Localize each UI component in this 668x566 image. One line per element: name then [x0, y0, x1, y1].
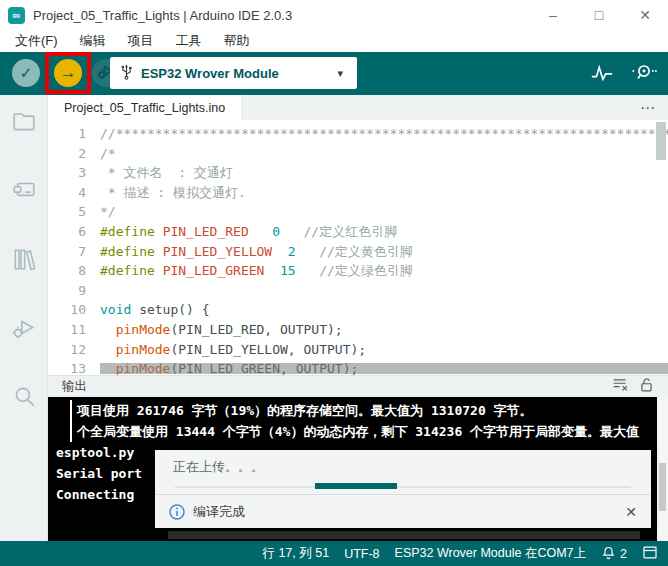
arduino-logo-icon: ∞	[8, 7, 25, 24]
line-number: 3	[48, 163, 100, 183]
line-number: 6	[48, 222, 100, 242]
usb-icon	[120, 63, 133, 84]
sidebar-item-boards-manager[interactable]	[0, 168, 48, 216]
line-number: 5	[48, 202, 100, 222]
line-number: 11	[48, 320, 100, 340]
chip-icon	[11, 177, 37, 207]
progress-bar-track	[175, 486, 631, 488]
menu-item-3[interactable]: 工具	[165, 30, 213, 52]
title-bar: ∞ Project_05_Traffic_Lights | Arduino ID…	[0, 0, 668, 30]
upload-progress-notification: 正在上传。。。	[155, 450, 651, 494]
board-selector[interactable]: ESP32 Wrover Module ▾	[110, 57, 357, 89]
code-line: 5*/	[48, 202, 668, 222]
close-button[interactable]: ✕	[622, 0, 668, 30]
menu-item-2[interactable]: 项目	[117, 30, 165, 52]
code-line: 6#define PIN_LED_RED 0 //定义红色引脚	[48, 222, 668, 242]
serial-plotter-button[interactable]	[588, 60, 616, 88]
compile-done-notification: 编译完成 ✕	[155, 495, 651, 528]
code-line: 7#define PIN_LED_YELLOW 2 //定义黄色引脚	[48, 242, 668, 262]
serial-monitor-button[interactable]	[630, 60, 658, 88]
info-icon	[169, 504, 185, 520]
output-panel-title: 输出	[62, 378, 612, 395]
line-number: 9	[48, 281, 100, 301]
code-line: 10void setup() {	[48, 300, 668, 320]
code-line: 12 pinMode(PIN_LED_YELLOW, OUTPUT);	[48, 340, 668, 360]
editor-horizontal-scrollbar[interactable]	[100, 363, 668, 374]
tab-sketch-file[interactable]: Project_05_Traffic_Lights.ino	[48, 95, 241, 120]
line-number: 4	[48, 183, 100, 203]
notifications-bell[interactable]: 2	[601, 545, 627, 563]
code-line: 4 * 描述 : 模拟交通灯.	[48, 183, 668, 203]
arduino-ide-window: ∞ Project_05_Traffic_Lights | Arduino ID…	[0, 0, 668, 566]
compile-done-text: 编译完成	[193, 503, 245, 521]
board-port-indicator[interactable]: ESP32 Wrover Module 在COM7上	[395, 545, 587, 562]
upload-progress-text: 正在上传。。。	[173, 458, 264, 476]
sidebar-item-sketchbook[interactable]	[0, 99, 48, 147]
code-line: 9	[48, 281, 668, 301]
notification-overlay: 正在上传。。。 编译完成 ✕	[155, 450, 651, 528]
progress-bar-thumb	[315, 483, 397, 489]
bell-icon	[601, 545, 616, 563]
books-icon	[11, 246, 37, 276]
sidebar-item-library-manager[interactable]	[0, 237, 48, 285]
line-number: 8	[48, 261, 100, 281]
folder-icon	[11, 108, 37, 138]
console-horizontal-scrollbar-thumb[interactable]	[168, 531, 640, 539]
maximize-button[interactable]: □	[576, 0, 622, 30]
clear-output-icon[interactable]	[612, 377, 629, 397]
chevron-down-icon: ▾	[337, 67, 343, 80]
sidebar-item-search[interactable]	[0, 375, 48, 423]
debug-sidebar-icon	[11, 315, 37, 345]
code-line: 2/*	[48, 144, 668, 164]
activity-sidebar	[0, 95, 48, 541]
line-number: 13	[48, 359, 100, 375]
lock-open-icon[interactable]	[639, 377, 654, 397]
console-vertical-scrollbar-thumb[interactable]	[659, 463, 666, 511]
code-editor[interactable]: 1//*************************************…	[48, 120, 668, 375]
editor-vertical-scrollbar[interactable]	[656, 122, 666, 160]
serial-plotter-icon	[590, 62, 614, 86]
menu-item-1[interactable]: 编辑	[69, 30, 117, 52]
board-selector-label: ESP32 Wrover Module	[141, 66, 337, 81]
line-number: 12	[48, 340, 100, 360]
cursor-position[interactable]: 行 17, 列 51	[262, 545, 329, 562]
console-line: 个全局变量使用 13444 个字节（4%）的动态内存，剩下 314236 个字节…	[70, 421, 668, 442]
code-line: 1//*************************************…	[48, 124, 668, 144]
code-line: 11 pinMode(PIN_LED_RED, OUTPUT);	[48, 320, 668, 340]
minimize-button[interactable]: –	[530, 0, 576, 30]
code-line: 8#define PIN_LED_GREEN 15 //定义绿色引脚	[48, 261, 668, 281]
line-number: 2	[48, 144, 100, 164]
more-actions-icon[interactable]: ⋯	[640, 95, 656, 120]
toggle-bottom-panel[interactable]	[642, 545, 658, 563]
verify-button[interactable]: ✓	[12, 59, 40, 87]
search-icon	[11, 384, 37, 414]
menu-item-4[interactable]: 帮助	[213, 30, 261, 52]
menu-bar: 文件(F)编辑项目工具帮助	[0, 30, 668, 52]
panel-toggle-icon	[642, 545, 658, 563]
notification-close-icon[interactable]: ✕	[625, 495, 637, 528]
upload-highlight-box	[45, 52, 91, 94]
status-bar: 行 17, 列 51 UTF-8 ESP32 Wrover Module 在CO…	[0, 541, 668, 566]
line-number: 10	[48, 300, 100, 320]
menu-item-0[interactable]: 文件(F)	[4, 30, 69, 52]
sidebar-item-debug[interactable]	[0, 306, 48, 354]
tab-bar: Project_05_Traffic_Lights.ino ⋯	[48, 95, 668, 120]
line-number: 1	[48, 124, 100, 144]
serial-monitor-icon	[631, 62, 657, 86]
toolbar: ✓ → ESP32 Wrover Module ▾	[0, 52, 668, 95]
line-number: 7	[48, 242, 100, 262]
console-line: 项目使用 261746 字节（19%）的程序存储空间。最大值为 1310720 …	[70, 400, 668, 421]
notification-count: 2	[620, 547, 627, 561]
encoding-indicator[interactable]: UTF-8	[344, 547, 379, 561]
console-vertical-scrollbar[interactable]	[657, 397, 668, 541]
window-title: Project_05_Traffic_Lights | Arduino IDE …	[33, 8, 292, 23]
output-panel-header: 输出	[48, 375, 668, 397]
code-line: 3 * 文件名 : 交通灯	[48, 163, 668, 183]
